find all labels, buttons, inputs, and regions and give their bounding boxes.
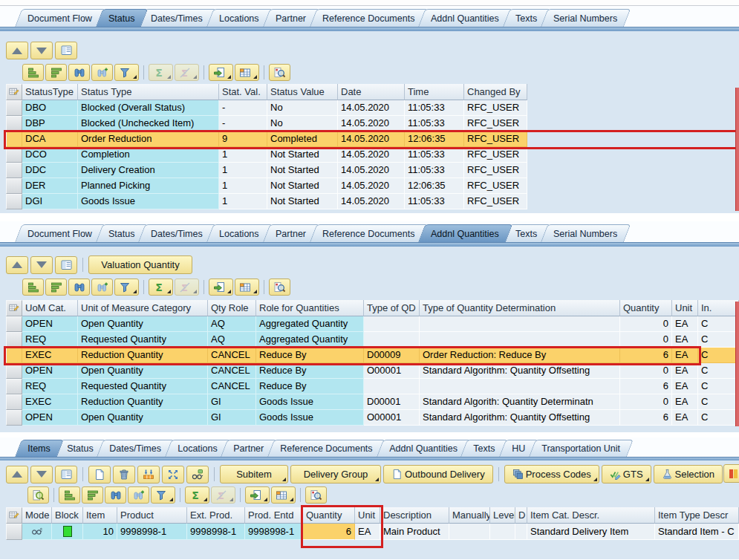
cell[interactable]: Reduce By <box>256 379 364 394</box>
cell[interactable]: Goods Issue <box>256 394 364 410</box>
sum-button[interactable] <box>149 64 173 81</box>
cell[interactable]: Not Started <box>267 178 338 194</box>
column-header[interactable]: Type of Quantity Determination <box>420 300 620 316</box>
cell[interactable]: GI <box>208 410 256 426</box>
column-header[interactable]: Stat. Val. <box>219 84 267 100</box>
cell[interactable]: 14.05.2020 <box>338 131 405 147</box>
select-all-cell[interactable] <box>6 507 22 524</box>
cell[interactable] <box>364 332 420 348</box>
find-next-button[interactable] <box>91 64 113 81</box>
cell[interactable]: 9998998-1 <box>245 524 303 540</box>
cell[interactable]: RFC_USER <box>464 147 527 163</box>
cell[interactable]: AQ <box>208 332 256 348</box>
tab-dates-times[interactable]: Dates/Times <box>97 440 175 457</box>
cell[interactable]: Main Product <box>380 524 449 540</box>
tab-reference-documents[interactable]: Reference Documents <box>267 440 385 457</box>
display-change-button[interactable] <box>186 466 209 484</box>
choose-layout-button[interactable] <box>271 486 296 504</box>
tab-serial-numbers[interactable]: Serial Numbers <box>541 224 631 242</box>
cell[interactable]: Standard Delivery Item <box>527 524 655 540</box>
tab-transportation-unit[interactable]: Transportation Unit <box>529 440 634 457</box>
tab-addnl-quantities[interactable]: Addnl Quantities <box>418 224 512 242</box>
column-header[interactable]: In. <box>698 300 739 316</box>
cell[interactable]: 14.05.2020 <box>338 178 405 194</box>
cell[interactable]: Blocked (Unchecked Item) <box>78 116 219 131</box>
column-header[interactable]: Changed By <box>464 84 527 100</box>
cell[interactable]: 0 <box>620 394 672 410</box>
details-button[interactable] <box>55 256 77 274</box>
details-button[interactable] <box>55 466 77 484</box>
tab-document-flow[interactable]: Document Flow <box>15 224 105 242</box>
cell[interactable]: AQ <box>208 316 256 332</box>
sort-descending-button[interactable] <box>45 279 67 296</box>
valuation-quantity-button[interactable]: Valuation Quantity <box>88 255 192 274</box>
cell[interactable]: DGI <box>22 194 78 209</box>
tab-reference-documents[interactable]: Reference Documents <box>310 224 429 242</box>
cell[interactable]: Delivery Creation <box>78 163 219 178</box>
cell[interactable]: EA <box>672 348 698 363</box>
cell[interactable]: Standard Algorithm: Quantity Offsetting <box>420 410 620 426</box>
sort-ascending-button[interactable] <box>22 279 44 296</box>
cell[interactable]: DCA <box>22 131 78 147</box>
find-button[interactable] <box>105 486 126 504</box>
cell[interactable]: 12:06:35 <box>405 178 464 194</box>
cell[interactable]: O00001 <box>364 410 420 426</box>
cell[interactable]: 9998998-1 <box>187 524 245 540</box>
column-header[interactable]: Unit of Measure Category <box>78 300 208 316</box>
cell[interactable]: 6 <box>620 379 672 394</box>
cell[interactable]: CANCEL <box>208 379 256 394</box>
row-selector[interactable] <box>6 163 22 178</box>
choose-layout-button[interactable] <box>235 64 259 81</box>
cell[interactable] <box>420 316 620 332</box>
column-header[interactable]: Mode <box>22 507 52 524</box>
gts-button[interactable]: GTS <box>602 465 651 484</box>
mode-cell[interactable] <box>22 524 52 540</box>
cell[interactable]: 11:05:33 <box>405 194 464 209</box>
print-preview-button[interactable] <box>269 279 290 296</box>
cell[interactable]: 6 <box>620 348 672 363</box>
sum-button[interactable] <box>149 279 173 296</box>
cell[interactable]: - <box>219 100 267 116</box>
column-header[interactable]: Block <box>52 507 83 524</box>
column-header[interactable]: Unit <box>355 507 380 524</box>
cell[interactable]: Requested Quantity <box>78 379 208 394</box>
row-selector[interactable] <box>6 147 22 163</box>
subtotal-button[interactable] <box>175 279 199 296</box>
scroll-up-button[interactable] <box>6 42 28 59</box>
row-selector[interactable] <box>6 410 22 426</box>
cell[interactable]: DBO <box>22 100 78 116</box>
row-selector[interactable] <box>6 131 22 147</box>
row-selector[interactable] <box>6 316 22 332</box>
cell[interactable] <box>364 379 420 394</box>
cell[interactable]: GI <box>208 394 256 410</box>
select-all-cell[interactable] <box>6 300 22 316</box>
cell[interactable]: O00001 <box>364 363 420 379</box>
cell[interactable]: 14.05.2020 <box>338 116 405 131</box>
sort-descending-button[interactable] <box>45 64 67 81</box>
cell[interactable]: 9998998-1 <box>117 524 187 540</box>
cell[interactable]: C <box>698 379 739 394</box>
cell[interactable]: Completion <box>78 147 219 163</box>
cell[interactable]: RFC_USER <box>464 178 527 194</box>
cell[interactable]: RFC_USER <box>464 131 527 147</box>
column-header[interactable]: Product <box>117 507 187 524</box>
cell[interactable]: 11:05:33 <box>405 163 464 178</box>
cell[interactable]: Blocked (Overall Status) <box>78 100 219 116</box>
cell[interactable]: C <box>698 410 739 426</box>
filter-button[interactable] <box>151 486 175 504</box>
cell[interactable]: C <box>698 332 739 348</box>
row-selector[interactable] <box>6 363 22 379</box>
export-button[interactable] <box>209 279 233 296</box>
cell[interactable]: 0 <box>620 332 672 348</box>
cell[interactable] <box>515 524 527 540</box>
find-next-button[interactable] <box>91 279 113 296</box>
cell[interactable]: 0 <box>620 363 672 379</box>
cell[interactable]: RFC_USER <box>464 116 527 131</box>
cell[interactable]: Not Started <box>267 147 338 163</box>
select-all-cell[interactable] <box>6 84 22 100</box>
tab-locations[interactable]: Locations <box>206 224 273 242</box>
expand-button[interactable] <box>162 466 184 484</box>
cell[interactable]: 6 <box>620 410 672 426</box>
column-header[interactable]: Date <box>338 84 405 100</box>
clipped-toolbar-button[interactable] <box>723 464 739 483</box>
